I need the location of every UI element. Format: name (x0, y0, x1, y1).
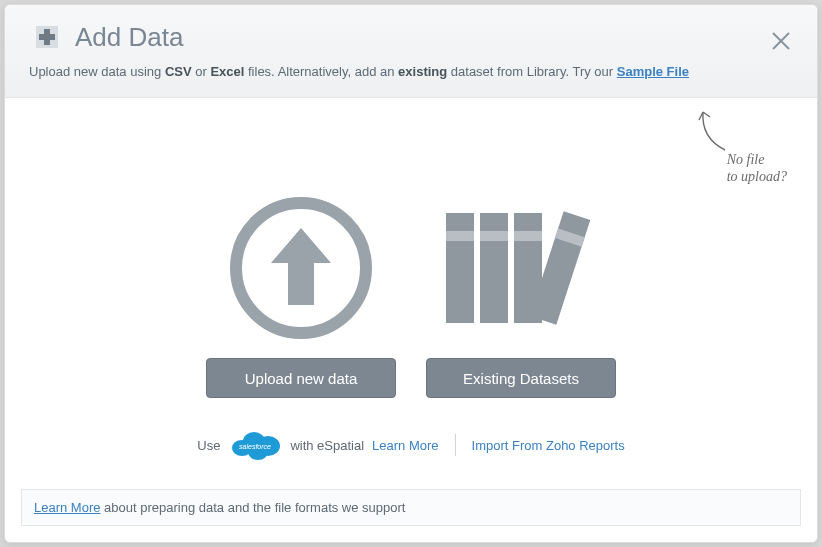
espatial-label: with eSpatial (290, 438, 364, 453)
arrow-annotation-icon (695, 108, 735, 158)
zoho-import-link[interactable]: Import From Zoho Reports (472, 438, 625, 453)
salesforce-learn-more-link[interactable]: Learn More (372, 438, 438, 453)
footer-text: about preparing data and the file format… (100, 500, 405, 515)
use-label: Use (197, 438, 220, 453)
divider (455, 434, 456, 456)
modal-title: Add Data (75, 22, 183, 53)
salesforce-icon: salesforce (228, 426, 282, 464)
annotation-callout: No file to upload? (695, 108, 787, 186)
svg-rect-2 (39, 34, 55, 40)
library-icon (426, 188, 616, 348)
upload-choice: Upload new data (206, 188, 396, 398)
svg-rect-9 (480, 231, 508, 241)
sample-file-link[interactable]: Sample File (617, 64, 689, 79)
svg-text:salesforce: salesforce (239, 443, 271, 450)
existing-datasets-button[interactable]: Existing Datasets (426, 358, 616, 398)
close-icon (769, 29, 793, 53)
upload-icon (206, 188, 396, 348)
upload-new-data-button[interactable]: Upload new data (206, 358, 396, 398)
svg-rect-11 (514, 231, 542, 241)
annotation-line2: to upload? (727, 169, 787, 186)
add-data-icon (29, 19, 65, 55)
close-button[interactable] (767, 27, 795, 55)
integration-links: Use salesforce with eSpatial Learn More … (5, 426, 817, 464)
svg-rect-6 (446, 213, 474, 323)
modal-subtitle: Upload new data using CSV or Excel files… (29, 63, 793, 81)
modal-footer: Learn More about preparing data and the … (21, 489, 801, 526)
svg-rect-7 (446, 231, 474, 241)
modal-body: No file to upload? Upload new data (5, 98, 817, 475)
add-data-modal: Add Data Upload new data using CSV or Ex… (4, 4, 818, 543)
existing-choice: Existing Datasets (426, 188, 616, 398)
footer-learn-more-link[interactable]: Learn More (34, 500, 100, 515)
annotation-line1: No file (727, 152, 787, 169)
modal-header: Add Data Upload new data using CSV or Ex… (5, 5, 817, 98)
svg-rect-8 (480, 213, 508, 323)
